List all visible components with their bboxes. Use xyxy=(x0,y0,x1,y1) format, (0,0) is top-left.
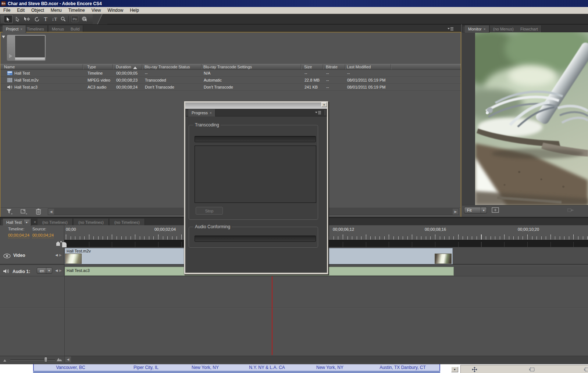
dialog-close-icon[interactable]: × xyxy=(321,102,327,107)
new-item-icon[interactable] xyxy=(21,209,28,215)
column-separator[interactable] xyxy=(113,64,113,69)
column-bluray-settings[interactable]: Blu-ray Transcode Settings xyxy=(203,65,252,69)
ruler-tick-label: 00;00;08;16 xyxy=(425,227,446,232)
eye-icon[interactable] xyxy=(3,254,11,259)
vertical-text-tool-button[interactable]: ↓T xyxy=(50,15,59,23)
menu-help[interactable]: Help xyxy=(126,7,142,14)
audio-language-dropdown[interactable]: en ▼ xyxy=(37,268,52,274)
tab-timelines[interactable]: Timelines xyxy=(24,25,48,32)
dialog-title-bar[interactable] xyxy=(185,103,327,109)
column-size[interactable]: Size xyxy=(304,65,312,69)
tab-hall-test-timeline[interactable]: Hall Test ▼ xyxy=(3,219,31,226)
zoom-tool-button[interactable] xyxy=(59,15,68,23)
disclosure-triangle-icon[interactable] xyxy=(2,35,5,39)
table-row[interactable]: Hall Test.m2v MPEG video 00;00;08;23 Tra… xyxy=(0,77,461,84)
table-row[interactable]: Hall Test Timeline 00;00;09;05 -- N/A --… xyxy=(0,70,461,77)
project-tab-bar: Project × Timelines Menus Build xyxy=(0,24,461,32)
column-last-modified[interactable]: Last Modified xyxy=(347,65,371,69)
tab-project[interactable]: Project × xyxy=(3,25,26,33)
tab-build[interactable]: Build xyxy=(67,25,83,32)
dialog-tab-bar: Progress × xyxy=(185,109,327,116)
move-tool-button[interactable] xyxy=(23,15,32,23)
column-type[interactable]: Type xyxy=(87,65,96,69)
panel-menu-icon[interactable] xyxy=(447,27,454,31)
zoom-out-small-icon[interactable] xyxy=(3,358,7,363)
timeline-empty-area[interactable] xyxy=(0,276,588,356)
tab-no-timelines-3[interactable]: (no Timelines) xyxy=(110,219,145,226)
next-clip-icon[interactable]: ▶ xyxy=(59,269,62,272)
filter-icon[interactable] xyxy=(6,209,13,215)
column-separator[interactable] xyxy=(142,64,142,69)
monitor-trim-icon[interactable] xyxy=(567,208,574,213)
prev-clip-icon[interactable]: ◀ xyxy=(55,269,58,272)
tab-flowchart[interactable]: Flowchart xyxy=(517,25,542,32)
zoom-slider-thumb[interactable] xyxy=(44,357,47,362)
text-frame-icon[interactable]: t xyxy=(529,367,535,373)
text-tool-button[interactable]: T xyxy=(41,15,50,23)
menu-view[interactable]: View xyxy=(88,7,104,14)
timeline-horizontal-scrollbar[interactable] xyxy=(64,356,588,363)
stop-button[interactable]: Stop xyxy=(196,207,223,215)
tab-no-timelines-1[interactable]: (no Timelines) xyxy=(38,219,73,226)
panel-menu-icon[interactable] xyxy=(315,111,321,115)
tab-no-menus[interactable]: (no Menus) xyxy=(490,25,517,32)
preview-disc-button[interactable] xyxy=(80,15,89,23)
asset-status: Don't Transcode xyxy=(145,85,174,89)
edit-in-photoshop-button[interactable]: Ps xyxy=(71,16,78,22)
column-separator[interactable] xyxy=(201,64,202,69)
column-bluray-status[interactable]: Blu-ray Transcode Status xyxy=(145,65,190,69)
column-name[interactable]: Name xyxy=(4,65,15,69)
menu-menu[interactable]: Menu xyxy=(47,7,65,14)
current-time-indicator-home[interactable] xyxy=(62,242,67,247)
menu-timeline[interactable]: Timeline xyxy=(65,7,88,14)
tab-menus[interactable]: Menus xyxy=(49,25,68,32)
close-icon[interactable]: × xyxy=(34,220,36,224)
close-icon[interactable]: × xyxy=(20,27,22,31)
selection-tool-button[interactable] xyxy=(4,15,13,23)
menu-edit[interactable]: Edit xyxy=(14,7,28,14)
sort-ascending-icon[interactable] xyxy=(133,65,137,70)
column-separator[interactable] xyxy=(301,64,301,69)
close-icon[interactable]: × xyxy=(210,111,212,115)
column-bitrate[interactable]: Bitrate xyxy=(326,65,338,69)
source-timecode-value[interactable]: 00;00;04;24 xyxy=(32,233,54,238)
scroll-left-icon[interactable]: ◀ xyxy=(48,209,54,215)
timeline-tab-dropdown-icon[interactable]: ▼ xyxy=(24,220,29,225)
direct-select-tool-button[interactable] xyxy=(13,15,22,23)
column-separator[interactable] xyxy=(323,64,323,69)
tab-progress[interactable]: Progress × xyxy=(188,109,215,116)
scroll-left-icon[interactable]: ◀ xyxy=(65,356,71,362)
move-handle-icon[interactable] xyxy=(472,367,477,373)
tab-no-timelines-2[interactable]: (no Timelines) xyxy=(74,219,109,226)
close-icon[interactable]: × xyxy=(484,27,486,31)
timeline-timecode-value[interactable]: 00;00;04;24 xyxy=(8,233,29,238)
menu-window[interactable]: Window xyxy=(104,7,126,14)
tab-monitor[interactable]: Monitor × xyxy=(465,25,489,33)
text-frame-icon[interactable]: t xyxy=(584,367,588,373)
speaker-icon[interactable] xyxy=(3,269,10,275)
add-chapter-icon[interactable] xyxy=(56,241,62,247)
rotate-icon xyxy=(34,17,40,22)
monitor-zoom-dropdown[interactable]: Fit ▼ xyxy=(464,207,487,214)
prev-clip-icon[interactable]: ◀ xyxy=(55,253,58,257)
rotate-tool-button[interactable] xyxy=(32,15,41,23)
preview-play-icon[interactable] xyxy=(8,54,13,59)
table-row[interactable]: Hall Test.ac3 AC3 audio 00;00;08;24 Don'… xyxy=(0,84,461,91)
column-duration[interactable]: Duration xyxy=(116,65,131,69)
track-nav-arrows[interactable]: ◀▶ xyxy=(55,269,62,272)
zoom-in-large-icon[interactable] xyxy=(56,357,63,362)
scroll-down-icon[interactable]: ▼ xyxy=(451,367,458,372)
safe-area-icon[interactable] xyxy=(492,207,499,214)
track-nav-arrows[interactable]: ◀▶ xyxy=(55,253,62,257)
tab-no-timelines-label: (no Timelines) xyxy=(42,220,68,225)
column-separator[interactable] xyxy=(83,64,83,69)
next-clip-icon[interactable]: ▶ xyxy=(59,253,62,257)
trash-icon[interactable] xyxy=(36,208,41,215)
column-separator[interactable] xyxy=(391,64,391,69)
scroll-right-icon[interactable]: ▶ xyxy=(453,209,459,215)
column-separator[interactable] xyxy=(345,64,345,69)
menu-file[interactable]: File xyxy=(0,7,14,14)
menu-object[interactable]: Object xyxy=(28,7,47,14)
zoom-slider-track[interactable] xyxy=(10,359,55,361)
playhead-line[interactable] xyxy=(272,276,272,355)
